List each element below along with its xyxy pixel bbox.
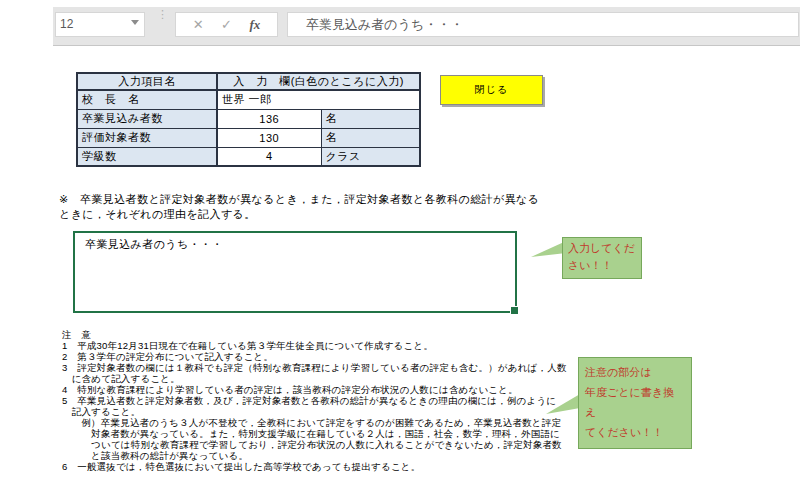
class-count-cell[interactable]: 4 — [217, 147, 321, 166]
header-input-column: 入 力 欄(白色のところに入力) — [217, 73, 420, 90]
reason-input-text: 卒業見込み者のうち・・・ — [85, 238, 223, 250]
table-row: 卒業見込み者数 136 名 — [77, 109, 420, 128]
name-box-value: 12 — [60, 17, 73, 31]
note-line: 2 第３学年の評定分布について記入すること。 — [62, 351, 567, 362]
notes-heading: 注 意 — [62, 329, 567, 340]
row-label-class-count: 学級数 — [77, 147, 217, 166]
cancel-icon[interactable]: ✕ — [193, 17, 204, 32]
name-box[interactable]: 12 — [55, 12, 145, 37]
callout-enter-here: 入力してくだ さい！！ — [562, 237, 642, 279]
fill-handle[interactable] — [510, 306, 519, 315]
formula-bar: 12 ⋮ ✕ ✓ fx 卒業見込み者のうち・・・ — [53, 7, 800, 46]
table-header-row: 入力項目名 入 力 欄(白色のところに入力) — [77, 73, 420, 90]
note-line: 対象者数が異なっている。また，特別支援学級に在籍している２人は，国語，社会，数学… — [62, 428, 567, 439]
table-row: 評価対象者数 130 名 — [77, 128, 420, 147]
notes-section: 注 意 1 平成30年12月31日現在で在籍している第３学年生徒全員について作成… — [62, 329, 567, 472]
input-table: 入力項目名 入 力 欄(白色のところに入力) 校 長 名 世界 一郎 卒業見込み… — [76, 72, 421, 167]
formula-input[interactable]: 卒業見込み者のうち・・・ — [287, 12, 799, 37]
callout-rewrite-notes: 注意の部分は 年度ごとに書き換え てください！！ — [578, 357, 692, 449]
evaluated-count-cell[interactable]: 130 — [217, 128, 321, 147]
header-item-name: 入力項目名 — [77, 73, 217, 90]
principal-name-cell[interactable]: 世界 一郎 — [217, 90, 420, 109]
note-line: 記入すること。 — [62, 406, 567, 417]
note-line: 1 平成30年12月31日現在で在籍している第３学年生徒全員について作成すること… — [62, 340, 567, 351]
expected-graduates-cell[interactable]: 136 — [217, 109, 321, 128]
name-box-dropdown-icon[interactable] — [131, 20, 139, 25]
note-line: 4 特別な教育課程により学習している者の評定は，該当教科の評定分布状況の人数には… — [62, 384, 567, 395]
note-line: ついては特別な教育課程で学習しており，評定分布状況の人数に入れることができないた… — [62, 439, 567, 450]
table-row: 学級数 4 クラス — [77, 147, 420, 166]
note-line: に含めて記入すること。 — [62, 373, 567, 384]
insert-function-icon[interactable]: fx — [249, 17, 260, 33]
instruction-text: ※ 卒業見込者数と評定対象者数が異なるとき，また，評定対象者数と各教科の総計が異… — [59, 192, 571, 222]
row-label-principal: 校 長 名 — [77, 90, 217, 109]
note-line: 例）卒業見込者のうち３人が不登校で，全教科において評定をするのが困難であるため，… — [62, 417, 567, 428]
note-line: と該当教科の総計が異なっている。 — [62, 450, 567, 461]
expected-graduates-unit: 名 — [321, 109, 420, 128]
class-count-unit: クラス — [321, 147, 420, 166]
callout-tail — [531, 242, 564, 257]
reason-input-box[interactable]: 卒業見込み者のうち・・・ — [73, 231, 517, 313]
row-label-expected-graduates: 卒業見込み者数 — [77, 109, 217, 128]
note-line: 5 卒業見込者数と評定対象者数，及び，評定対象者数と各教科の総計が異なるときの理… — [62, 395, 567, 406]
row-label-evaluated-count: 評価対象者数 — [77, 128, 217, 147]
note-line: 6 一般選抜では，特色選抜において提出した高等学校であっても提出すること。 — [62, 461, 567, 472]
formula-buttons: ✕ ✓ fx — [175, 12, 278, 37]
formula-bar-divider: ⋮ — [157, 11, 163, 17]
evaluated-count-unit: 名 — [321, 128, 420, 147]
note-line: 3 評定対象者数の欄には１教科でも評定（特別な教育課程により学習している者の評定… — [62, 362, 567, 373]
enter-icon[interactable]: ✓ — [221, 17, 232, 32]
table-row: 校 長 名 世界 一郎 — [77, 90, 420, 109]
close-button[interactable]: 閉じる — [440, 75, 543, 105]
